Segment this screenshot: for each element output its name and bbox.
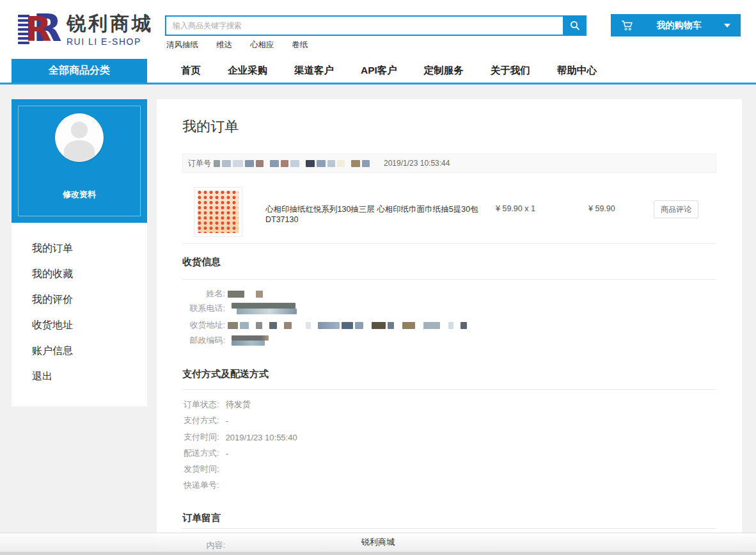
payment-row-delivery-method: 配送方式: - bbox=[184, 447, 228, 459]
nav-item-custom[interactable]: 定制服务 bbox=[424, 64, 464, 77]
avatar[interactable] bbox=[55, 113, 104, 162]
shipping-row-name: 姓名: bbox=[182, 288, 263, 300]
hot-keyword-link[interactable]: 心相应 bbox=[250, 40, 274, 51]
product-price-qty: ¥ 59.90 x 1 bbox=[496, 204, 535, 213]
brand-name-en: RUI LI E-SHOP bbox=[67, 36, 154, 47]
nav-item-channel[interactable]: 渠道客户 bbox=[294, 64, 334, 77]
sidebar-item-logout[interactable]: 退出 bbox=[12, 364, 147, 389]
nav-item-home[interactable]: 首页 bbox=[181, 64, 201, 77]
field-label: 快递单号: bbox=[184, 479, 219, 491]
section-divider bbox=[182, 528, 716, 529]
footer-bottom-strip bbox=[0, 552, 756, 555]
sidebar-item-my-orders[interactable]: 我的订单 bbox=[12, 236, 147, 261]
redacted-value bbox=[232, 335, 269, 346]
logo-bars-icon bbox=[18, 15, 29, 44]
search-input[interactable] bbox=[165, 15, 564, 36]
sidebar-item-addresses[interactable]: 收货地址 bbox=[12, 312, 147, 338]
product-thumbnail-image bbox=[198, 191, 239, 233]
field-label: 发货时间: bbox=[184, 463, 219, 475]
redacted-value bbox=[232, 303, 297, 314]
field-label: 支付方式: bbox=[184, 415, 219, 426]
search-button[interactable] bbox=[563, 15, 587, 36]
payment-section-title: 支付方式及配送方式 bbox=[182, 368, 269, 380]
brand-name: 锐利商城 RUI LI E-SHOP bbox=[67, 13, 154, 47]
cart-button-label: 我的购物车 bbox=[634, 20, 724, 31]
product-review-button[interactable]: 商品评论 bbox=[654, 200, 698, 218]
field-label: 联系电话: bbox=[182, 303, 225, 314]
cart-icon bbox=[621, 20, 634, 31]
cart-button[interactable]: 我的购物车 bbox=[611, 14, 741, 36]
brand-logo[interactable]: R R 锐利商城 RUI LI E-SHOP bbox=[17, 8, 154, 51]
nav-item-api[interactable]: API客户 bbox=[361, 64, 397, 77]
hot-keywords: 清风抽纸 维达 心相应 卷纸 bbox=[166, 40, 308, 51]
field-label: 内容: bbox=[182, 540, 225, 551]
redacted-value bbox=[228, 322, 467, 329]
order-datetime: 2019/1/23 10:53:44 bbox=[384, 159, 450, 168]
sidebar-item-account[interactable]: 账户信息 bbox=[12, 338, 147, 364]
sidebar-menu: 我的订单 我的收藏 我的评价 收货地址 账户信息 退出 bbox=[12, 223, 147, 406]
hot-keyword-link[interactable]: 清风抽纸 bbox=[166, 40, 198, 51]
hot-keyword-link[interactable]: 卷纸 bbox=[292, 40, 308, 51]
order-no-redacted bbox=[214, 160, 370, 167]
payment-row-paytime: 支付时间: 2019/1/23 10:55:40 bbox=[184, 431, 297, 443]
edit-profile-link[interactable]: 修改资料 bbox=[12, 189, 147, 200]
field-label: 姓名: bbox=[182, 288, 225, 300]
main-nav: 全部商品分类 首页 企业采购 渠道客户 API客户 定制服务 关于我们 帮助中心 bbox=[0, 59, 756, 83]
page: R R 锐利商城 RUI LI E-SHOP 清风抽纸 维达 心相应 卷纸 bbox=[0, 0, 756, 555]
field-label: 邮政编码: bbox=[182, 335, 225, 346]
section-divider bbox=[182, 389, 716, 390]
profile-card: 修改资料 bbox=[12, 99, 147, 223]
section-divider bbox=[182, 243, 716, 244]
shipping-row-address: 收货地址: bbox=[182, 319, 467, 331]
redacted-value bbox=[228, 291, 263, 298]
product-title[interactable]: 心相印抽纸红悦系列130抽三层 心相印纸巾面巾纸抽5提30包DT37130 bbox=[265, 204, 489, 224]
sidebar-item-favorites[interactable]: 我的收藏 bbox=[12, 261, 147, 287]
field-value: - bbox=[226, 416, 228, 426]
main-panel: 我的订单 订单号 2019/1/23 10:53:44 心相印抽纸红悦系列130… bbox=[157, 99, 742, 555]
brand-name-cn: 锐利商城 bbox=[67, 13, 154, 35]
message-content-row: 内容: bbox=[182, 540, 756, 551]
message-section-title: 订单留言 bbox=[182, 512, 221, 524]
page-title: 我的订单 bbox=[182, 117, 239, 136]
product-subtotal: ¥ 59.90 bbox=[588, 204, 615, 213]
shipping-row-zip: 邮政编码: bbox=[182, 335, 269, 346]
sidebar-item-reviews[interactable]: 我的评价 bbox=[12, 287, 147, 312]
field-value: 2019/1/23 10:55:40 bbox=[226, 433, 297, 442]
payment-row-tracking: 快递单号: bbox=[184, 479, 226, 491]
field-label: 支付时间: bbox=[184, 431, 219, 443]
product-thumbnail[interactable] bbox=[194, 187, 242, 237]
chevron-down-icon bbox=[724, 24, 730, 28]
payment-row-method: 支付方式: - bbox=[184, 415, 228, 426]
brand-logo-icon: R R bbox=[17, 8, 60, 51]
field-value: - bbox=[226, 449, 228, 458]
payment-row-shiptime: 发货时间: bbox=[184, 463, 226, 475]
section-divider bbox=[182, 279, 716, 280]
search-icon bbox=[569, 20, 581, 31]
field-value: 待发货 bbox=[226, 399, 251, 410]
order-no-label: 订单号 bbox=[188, 158, 211, 169]
avatar-body-icon bbox=[64, 140, 95, 162]
shipping-section-title: 收货信息 bbox=[182, 256, 221, 268]
nav-item-about[interactable]: 关于我们 bbox=[491, 64, 530, 77]
all-categories-button[interactable]: 全部商品分类 bbox=[12, 59, 147, 83]
shipping-row-phone: 联系电话: bbox=[182, 303, 297, 314]
field-label: 收货地址: bbox=[182, 319, 225, 331]
field-label: 配送方式: bbox=[184, 447, 219, 459]
header: R R 锐利商城 RUI LI E-SHOP 清风抽纸 维达 心相应 卷纸 bbox=[0, 0, 756, 59]
avatar-head-icon bbox=[71, 122, 88, 138]
nav-item-enterprise[interactable]: 企业采购 bbox=[228, 64, 267, 77]
field-label: 订单状态: bbox=[184, 399, 219, 410]
nav-links: 首页 企业采购 渠道客户 API客户 定制服务 关于我们 帮助中心 bbox=[181, 59, 597, 83]
nav-item-help[interactable]: 帮助中心 bbox=[557, 64, 597, 77]
order-header-bar: 订单号 2019/1/23 10:53:44 bbox=[182, 154, 716, 173]
payment-row-status: 订单状态: 待发货 bbox=[184, 399, 251, 410]
hot-keyword-link[interactable]: 维达 bbox=[216, 40, 232, 51]
